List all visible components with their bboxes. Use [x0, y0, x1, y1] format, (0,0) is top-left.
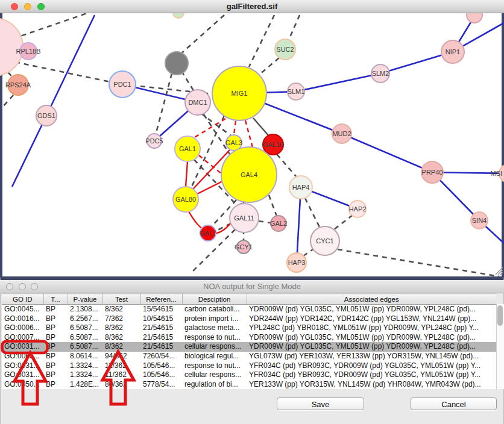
cell-reference: 21/54615: [140, 323, 182, 333]
network-edges: [1, 13, 504, 276]
column-header-t-[interactable]: T...: [43, 294, 68, 305]
cell-description: galactose meta...: [182, 323, 247, 333]
cell-test: 8/362: [102, 305, 140, 314]
node-dmc1[interactable]: DMC1: [185, 90, 210, 115]
edge-blue: [342, 134, 432, 172]
node-gal2[interactable]: GAL2: [270, 216, 287, 231]
node-gcy1[interactable]: GCY1: [235, 240, 253, 254]
table-scrollbar-thumb[interactable]: [497, 305, 503, 326]
cell-edges: YPL248C (pd) YBR018C, YML051W (pp) YDR00…: [247, 323, 496, 333]
table-row[interactable]: GO:0065...BP8.0614...94/3627260/54...bio…: [2, 352, 496, 361]
cell-type: BP: [43, 342, 68, 352]
node-slm2[interactable]: SLM2: [371, 64, 389, 83]
node-gal7[interactable]: GAL7: [200, 225, 216, 241]
cell-test: 94/362: [102, 352, 140, 361]
node-cyc1[interactable]: CYC1: [310, 226, 339, 255]
cell-type: BP: [43, 305, 68, 314]
node-pdc1[interactable]: PDC1: [109, 71, 136, 98]
node-gal4[interactable]: GAL4: [221, 147, 277, 202]
network-nodes: RPL18BRPS24AGDS1PDC1DMC1MIG1SUC2SLM1SLM2…: [0, 13, 504, 272]
column-header-go-id[interactable]: GO ID: [2, 294, 43, 305]
node-gds1[interactable]: GDS1: [36, 105, 57, 126]
column-header-test[interactable]: Test: [102, 294, 140, 305]
screenshot-root: galFiltered.sif RPL18BRPS24AGDS1PDC1DMC1…: [0, 0, 504, 424]
cell-description: response to nut...: [182, 361, 247, 371]
column-header-referen-[interactable]: Referen...: [140, 294, 182, 305]
cell-p_value: 6.5087...: [68, 342, 102, 352]
cell-edges: YDR244W (pp) YDR142C, YDR142C (pp) YGL15…: [247, 314, 496, 324]
cell-edges: YGL073W (pd) YER103W, YER133W (pp) YOR31…: [247, 352, 496, 361]
cell-type: BP: [43, 323, 68, 333]
node-gal1[interactable]: GAL1: [175, 136, 200, 161]
node-partial-topright[interactable]: [467, 13, 482, 23]
cell-test: 8/362: [102, 333, 140, 343]
table-row[interactable]: GO:0050...BP1.428E...80/3625778/54...reg…: [2, 380, 496, 390]
cell-p_value: 6.5087...: [68, 323, 102, 333]
table-row[interactable]: GO:0045...BP2.1308...8/36215/54615carbon…: [2, 305, 496, 314]
cell-go_id: GO:0031...: [2, 361, 43, 371]
cell-edges: YDR009W (pd) YGL035C, YML051W (pp) YDR00…: [247, 333, 496, 343]
table-row[interactable]: GO:0007...BP6.5087...8/36221/54615respon…: [2, 333, 496, 343]
edge-dash: [259, 221, 271, 223]
noa-results-table: GO IDT...P-valueTestReferen...Desciption…: [2, 293, 496, 389]
node-large-left[interactable]: [0, 18, 23, 76]
cell-p_value: 2.1308...: [68, 305, 102, 314]
cell-type: BP: [43, 333, 68, 343]
column-header-p-value[interactable]: P-value: [68, 294, 102, 305]
cell-p_value: 6.5087...: [68, 333, 102, 343]
node-gal11[interactable]: GAL11: [230, 204, 259, 232]
cell-description: protein import i...: [182, 314, 247, 324]
table-row[interactable]: GO:0031...BP1.3324...11/362105/546...cel…: [2, 370, 496, 380]
node-hap3[interactable]: HAP3: [287, 253, 306, 272]
node-gal80[interactable]: GAL80: [173, 187, 198, 212]
edge-dash: [204, 114, 230, 154]
node-partial-top[interactable]: [173, 13, 184, 18]
edge-gray: [253, 118, 269, 137]
node-slm1[interactable]: SLM1: [288, 83, 305, 100]
edge-red: [197, 181, 222, 194]
cell-description: biological regul...: [182, 352, 247, 361]
cell-test: 8/362: [102, 342, 140, 352]
cell-test: 11/362: [102, 370, 140, 380]
table-row[interactable]: GO:0006...BP6.5087...8/36221/54615galact…: [2, 323, 496, 333]
column-header-associated-edges[interactable]: Associated edges: [247, 294, 496, 305]
network-window-titlebar: galFiltered.sif: [0, 0, 504, 13]
cell-type: BP: [43, 380, 68, 390]
table-row[interactable]: GO:0016...BP6.2567...7/36210/54615protei…: [2, 314, 496, 324]
node-suc2[interactable]: SUC2: [275, 39, 295, 60]
cell-p_value: 1.3324...: [68, 370, 102, 380]
cell-go_id: GO:0031...: [2, 370, 43, 380]
node-nip1[interactable]: NIP1: [441, 40, 464, 63]
resize-grip-icon[interactable]: [496, 267, 503, 275]
cell-type: BP: [43, 370, 68, 380]
node-hap4[interactable]: HAP4: [289, 176, 312, 199]
node-gal10[interactable]: GAL10: [263, 134, 283, 155]
node-hap2[interactable]: HAP2: [349, 201, 367, 217]
edge-dash: [303, 249, 313, 256]
edge-dash: [249, 15, 274, 67]
save-button[interactable]: Save: [277, 398, 364, 410]
cell-test: 80/362: [102, 380, 140, 390]
cell-description: cellular respons...: [182, 342, 247, 352]
cancel-button[interactable]: Cancel: [411, 398, 497, 410]
cell-reference: 15/54615: [140, 305, 182, 314]
node-mig1[interactable]: MIG1: [212, 66, 266, 120]
node-sin4[interactable]: SIN4: [471, 212, 488, 229]
node-prp40[interactable]: PRP40: [421, 161, 443, 183]
cell-type: BP: [43, 361, 68, 371]
edge-rdash: [245, 120, 253, 148]
node-gray[interactable]: [165, 52, 188, 75]
cell-go_id: GO:0031...: [2, 342, 43, 352]
cell-edges: YFR034C (pd) YBR093C, YDR009W (pd) YGL03…: [247, 361, 496, 371]
cell-description: cellular respons...: [182, 370, 247, 380]
node-mud2[interactable]: MUD2: [332, 124, 351, 143]
table-row[interactable]: GO:0031...BP1.3324...11/362105/546...res…: [2, 361, 496, 371]
cell-test: 7/362: [102, 314, 140, 324]
cell-description: regulation of bi...: [182, 380, 247, 390]
edge-blue: [296, 73, 380, 92]
column-header-desciption[interactable]: Desciption: [182, 294, 247, 305]
node-rps24a[interactable]: RPS24A: [5, 75, 31, 95]
cell-type: BP: [43, 314, 68, 324]
table-row[interactable]: GO:0031...BP6.5087...8/36221/54615cellul…: [2, 342, 496, 352]
cell-p_value: 1.428E...: [68, 380, 102, 390]
